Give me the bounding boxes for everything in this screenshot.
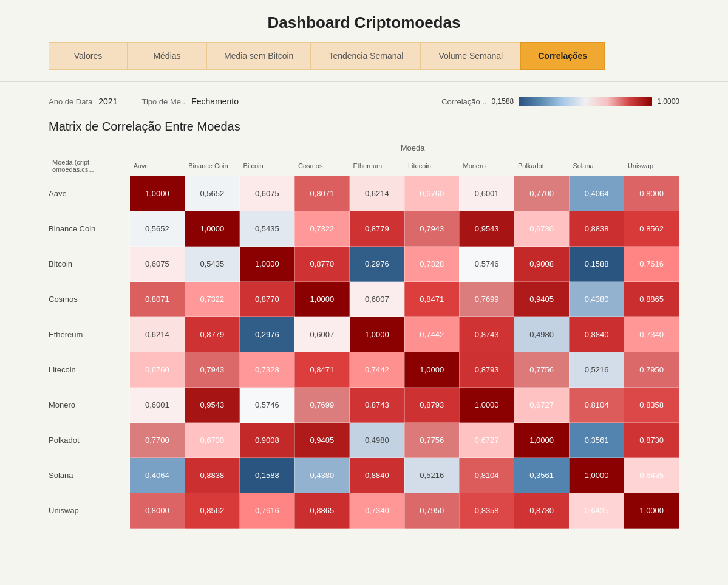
cell-8-7: 0,3561 [514, 458, 569, 493]
cell-3-6: 0,7699 [459, 282, 514, 317]
col-header-ethereum: Ethereum [350, 156, 404, 176]
legend-min: 0,1588 [492, 97, 514, 106]
matrix-row: Solana0,40640,88380,15880,43800,88400,52… [49, 458, 679, 493]
cell-8-8: 1,0000 [569, 458, 624, 493]
cell-7-0: 0,7700 [130, 423, 185, 458]
cell-7-7: 1,0000 [514, 423, 569, 458]
cell-8-6: 0,8104 [459, 458, 514, 493]
row-label-cosmos: Cosmos [49, 282, 130, 317]
cell-9-9: 1,0000 [624, 493, 679, 529]
cell-6-5: 0,8793 [404, 388, 459, 423]
cell-2-1: 0,5435 [185, 247, 239, 282]
cell-5-4: 0,7442 [350, 352, 404, 388]
ano-label: Ano de Data [49, 97, 92, 106]
cell-4-1: 0,8779 [185, 317, 239, 352]
cell-4-8: 0,8840 [569, 317, 624, 352]
cell-7-9: 0,8730 [624, 423, 679, 458]
tab-media-sem-bitcoin[interactable]: Media sem Bitcoin [206, 42, 311, 70]
cell-7-6: 0,6727 [459, 423, 514, 458]
cell-8-5: 0,5216 [404, 458, 459, 493]
row-label-uniswap: Uniswap [49, 493, 130, 529]
matrix-header-row: Moeda (criptomoedas.cs... Aave Binance C… [49, 156, 679, 176]
cell-5-5: 1,0000 [404, 352, 459, 388]
cell-9-0: 0,8000 [130, 493, 185, 529]
cell-1-7: 0,6730 [514, 211, 569, 247]
matrix-row: Aave1,00000,56520,60750,80710,62140,6760… [49, 176, 679, 211]
cell-3-4: 0,6007 [350, 282, 404, 317]
moeda-axis-label: Moeda [49, 143, 679, 152]
matrix-row: Litecoin0,67600,79430,73280,84710,74421,… [49, 352, 679, 388]
cell-3-2: 0,8770 [240, 282, 294, 317]
col-header-litecoin: Litecoin [404, 156, 459, 176]
tab-valores[interactable]: Valores [49, 42, 128, 70]
matrix-row: Cosmos0,80710,73220,87701,00000,60070,84… [49, 282, 679, 317]
cell-0-4: 0,6214 [350, 176, 404, 211]
cell-1-6: 0,9543 [459, 211, 514, 247]
matrix-row: Monero0,60010,95430,57460,76990,87430,87… [49, 388, 679, 423]
cell-2-4: 0,2976 [350, 247, 404, 282]
matrix-row: Uniswap0,80000,85620,76160,88650,73400,7… [49, 493, 679, 529]
cell-3-5: 0,8471 [404, 282, 459, 317]
cell-9-5: 0,7950 [404, 493, 459, 529]
matrix-row: Polkadot0,77000,67300,90080,94050,49800,… [49, 423, 679, 458]
cell-0-8: 0,4064 [569, 176, 624, 211]
cell-9-6: 0,8358 [459, 493, 514, 529]
tab-volume-semanal[interactable]: Volume Semanal [421, 42, 520, 70]
col-header-bitcoin: Bitcoin [240, 156, 294, 176]
cell-6-8: 0,8104 [569, 388, 624, 423]
cell-2-6: 0,5746 [459, 247, 514, 282]
cell-2-0: 0,6075 [130, 247, 185, 282]
cell-7-8: 0,3561 [569, 423, 624, 458]
tipo-value: Fechamento [191, 97, 239, 106]
row-col-header: Moeda (criptomoedas.cs... [49, 156, 130, 176]
cell-8-0: 0,4064 [130, 458, 185, 493]
cell-9-1: 0,8562 [185, 493, 239, 529]
cell-3-0: 0,8071 [130, 282, 185, 317]
col-header-binancecoin: Binance Coin [185, 156, 239, 176]
cell-8-4: 0,8840 [350, 458, 404, 493]
cell-3-3: 1,0000 [294, 282, 349, 317]
cell-6-0: 0,6001 [130, 388, 185, 423]
cell-1-5: 0,7943 [404, 211, 459, 247]
cell-1-3: 0,7322 [294, 211, 349, 247]
section-title: Matrix de Correlação Entre Moedas [0, 114, 728, 143]
cell-9-2: 0,7616 [240, 493, 294, 529]
cell-8-1: 0,8838 [185, 458, 239, 493]
cell-3-9: 0,8865 [624, 282, 679, 317]
divider [0, 81, 728, 82]
tab-tendencia-semanal[interactable]: Tendencia Semanal [311, 42, 421, 70]
cell-7-5: 0,7756 [404, 423, 459, 458]
cell-4-9: 0,7340 [624, 317, 679, 352]
row-label-bitcoin: Bitcoin [49, 247, 130, 282]
col-header-monero: Monero [459, 156, 514, 176]
cell-1-1: 1,0000 [185, 211, 239, 247]
correlation-matrix: Moeda (criptomoedas.cs... Aave Binance C… [49, 156, 679, 529]
tab-médias[interactable]: Médias [128, 42, 206, 70]
cell-0-6: 0,6001 [459, 176, 514, 211]
cell-6-3: 0,7699 [294, 388, 349, 423]
cell-9-3: 0,8865 [294, 493, 349, 529]
page-title: Dashboard Criptomoedas [0, 0, 728, 42]
cell-6-7: 0,6727 [514, 388, 569, 423]
matrix-row: Bitcoin0,60750,54351,00000,87700,29760,7… [49, 247, 679, 282]
cell-6-1: 0,9543 [185, 388, 239, 423]
cell-9-4: 0,7340 [350, 493, 404, 529]
row-label-aave: Aave [49, 176, 130, 211]
cell-1-9: 0,8562 [624, 211, 679, 247]
cell-4-6: 0,8743 [459, 317, 514, 352]
filters-row: Ano de Data 2021 Tipo de Me.. Fechamento… [0, 92, 728, 111]
cell-5-6: 0,8793 [459, 352, 514, 388]
legend-label: Correlação .. [441, 97, 486, 106]
cell-0-0: 1,0000 [130, 176, 185, 211]
row-label-solana: Solana [49, 458, 130, 493]
cell-3-1: 0,7322 [185, 282, 239, 317]
cell-7-3: 0,9405 [294, 423, 349, 458]
tab-correlações[interactable]: Correlações [520, 42, 605, 70]
tabs-bar: ValoresMédiasMedia sem BitcoinTendencia … [0, 42, 728, 70]
cell-5-0: 0,6760 [130, 352, 185, 388]
matrix-row: Ethereum0,62140,87790,29760,60071,00000,… [49, 317, 679, 352]
cell-7-1: 0,6730 [185, 423, 239, 458]
cell-8-3: 0,4380 [294, 458, 349, 493]
cell-6-6: 1,0000 [459, 388, 514, 423]
cell-0-1: 0,5652 [185, 176, 239, 211]
